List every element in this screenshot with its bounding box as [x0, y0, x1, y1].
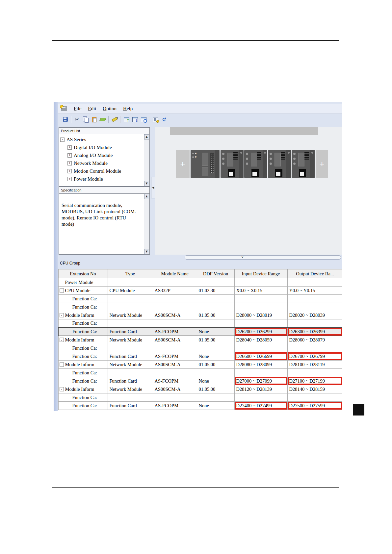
- module-name-cell[interactable]: [153, 369, 197, 377]
- copy-icon[interactable]: [82, 116, 90, 123]
- tree-item[interactable]: + Power Module: [60, 175, 144, 183]
- scroll-up-icon[interactable]: ▲: [144, 134, 149, 139]
- ddf-version-cell[interactable]: 01.05.00: [197, 311, 234, 319]
- specification-scrollbar[interactable]: ▲ ▼: [144, 194, 149, 254]
- input-range-cell[interactable]: D28120 ~ D28139: [234, 385, 287, 393]
- expand-toggle-icon[interactable]: +: [67, 153, 72, 158]
- module-name-cell[interactable]: [153, 393, 197, 402]
- output-range-cell[interactable]: D28140 ~ D28159: [287, 385, 342, 393]
- module-name-cell[interactable]: AS-FCOPM: [153, 352, 197, 361]
- module-name-cell[interactable]: AS-FCOPM: [153, 377, 197, 385]
- tree-item[interactable]: + Digital I/O Module: [60, 143, 144, 151]
- input-range-cell[interactable]: [234, 369, 287, 377]
- column-header[interactable]: Extension No: [58, 269, 108, 278]
- ddf-version-cell[interactable]: None: [197, 328, 234, 336]
- table-row[interactable]: Function Ca: Function Card AS-FCOPM None…: [58, 328, 342, 336]
- type-cell[interactable]: Function Card: [108, 377, 153, 385]
- input-range-cell[interactable]: D26600 ~ D26699: [234, 352, 287, 361]
- table-row[interactable]: - Module Inform Network Module AS00SCM-A…: [58, 336, 342, 344]
- table-row[interactable]: Function Ca:: [58, 295, 342, 303]
- input-range-cell[interactable]: D26200 ~ D26299: [234, 328, 287, 336]
- expand-toggle-icon[interactable]: +: [67, 161, 72, 165]
- ddf-version-cell[interactable]: None: [197, 352, 234, 361]
- input-range-cell[interactable]: [234, 393, 287, 402]
- refresh-icon[interactable]: ↻: [160, 116, 168, 123]
- input-range-cell[interactable]: D28040 ~ D28059: [234, 336, 287, 344]
- type-cell[interactable]: Network Module: [108, 361, 153, 369]
- expand-toggle-icon[interactable]: -: [60, 313, 64, 317]
- upload-window-icon[interactable]: [122, 116, 130, 123]
- ddf-version-cell[interactable]: None: [197, 377, 234, 385]
- extension-cell[interactable]: Function Ca:: [58, 393, 108, 402]
- ddf-version-cell[interactable]: [197, 369, 234, 377]
- ddf-version-cell[interactable]: 01.05.00: [197, 361, 234, 369]
- output-range-cell[interactable]: D28060 ~ D28079: [287, 336, 342, 344]
- input-range-cell[interactable]: D28000 ~ D28019: [234, 311, 287, 319]
- type-cell[interactable]: Function Card: [108, 352, 153, 361]
- table-row[interactable]: Function Ca: Function Card AS-FCOPM None…: [58, 377, 342, 385]
- tree-item[interactable]: - AS Series: [60, 136, 144, 143]
- output-range-cell[interactable]: [287, 295, 342, 303]
- column-header[interactable]: DDF Version: [197, 269, 234, 278]
- module-name-cell[interactable]: [153, 319, 197, 328]
- extension-cell[interactable]: Function Ca:: [58, 377, 108, 385]
- table-row[interactable]: - Module Inform Network Module AS00SCM-A…: [58, 385, 342, 393]
- scroll-down-icon[interactable]: ▼: [144, 249, 149, 254]
- output-range-cell[interactable]: [287, 303, 342, 311]
- table-row[interactable]: Function Ca:: [58, 369, 342, 377]
- ddf-version-cell[interactable]: 01.05.00: [197, 336, 234, 344]
- module-name-cell[interactable]: AS00SCM-A: [153, 311, 197, 319]
- save-icon[interactable]: [61, 116, 69, 123]
- output-range-cell[interactable]: D27100 ~ D27199: [287, 377, 342, 385]
- type-cell[interactable]: CPU Module: [108, 287, 153, 295]
- scroll-up-icon[interactable]: ▲: [144, 194, 149, 199]
- output-range-cell[interactable]: [287, 393, 342, 402]
- extension-cell[interactable]: Function Ca:: [58, 402, 108, 410]
- table-row[interactable]: - CPU Module CPU Module AS332P 01.02.30 …: [58, 287, 342, 295]
- extension-cell[interactable]: Function Ca:: [58, 319, 108, 328]
- extension-cell[interactable]: Function Ca:: [58, 328, 108, 336]
- extension-cell[interactable]: Function Ca:: [58, 295, 108, 303]
- type-cell[interactable]: [108, 303, 153, 311]
- type-cell[interactable]: [108, 369, 153, 377]
- tree-scrollbar[interactable]: ▲ ▼: [144, 134, 149, 186]
- add-module-right-button[interactable]: +: [316, 150, 328, 178]
- extension-cell[interactable]: - Module Inform: [58, 336, 108, 344]
- module-name-cell[interactable]: AS-FCOPM: [153, 328, 197, 336]
- module-config-icon[interactable]: [151, 116, 159, 123]
- input-range-cell[interactable]: D28080 ~ D28099: [234, 361, 287, 369]
- menu-item[interactable]: Help: [120, 105, 136, 112]
- ddf-version-cell[interactable]: [197, 295, 234, 303]
- tree-item[interactable]: + Analog I/O Module: [60, 151, 144, 159]
- type-cell[interactable]: Network Module: [108, 311, 153, 319]
- module-name-cell[interactable]: [153, 295, 197, 303]
- output-range-cell[interactable]: [287, 344, 342, 352]
- type-cell[interactable]: [108, 278, 153, 287]
- module-name-cell[interactable]: [153, 344, 197, 352]
- expand-toggle-icon[interactable]: +: [67, 177, 72, 181]
- input-range-cell[interactable]: [234, 295, 287, 303]
- extension-cell[interactable]: - Module Inform: [58, 311, 108, 319]
- table-row[interactable]: Function Ca:: [58, 393, 342, 402]
- menu-item[interactable]: File: [70, 105, 85, 112]
- extension-cell[interactable]: Function Ca:: [58, 344, 108, 352]
- network-module-graphic[interactable]: [221, 150, 244, 178]
- tree-item[interactable]: + Motion Control Module: [60, 167, 144, 175]
- expand-toggle-icon[interactable]: -: [60, 138, 65, 142]
- input-range-cell[interactable]: [234, 319, 287, 328]
- module-name-cell[interactable]: AS332P: [153, 287, 197, 295]
- module-name-cell[interactable]: [153, 278, 197, 287]
- ddf-version-cell[interactable]: 01.02.30: [197, 287, 234, 295]
- table-row[interactable]: Function Ca: Function Card AS-FCOPM None…: [58, 402, 342, 410]
- output-range-cell[interactable]: D26700 ~ D26799: [287, 352, 342, 361]
- column-header[interactable]: Input Device Range: [234, 269, 287, 278]
- column-header[interactable]: Module Name: [153, 269, 197, 278]
- expand-toggle-icon[interactable]: +: [67, 145, 72, 150]
- column-header[interactable]: Type: [108, 269, 153, 278]
- panel-splitter[interactable]: ◀: [151, 127, 155, 255]
- type-cell[interactable]: [108, 295, 153, 303]
- extension-cell[interactable]: Power Module: [58, 278, 108, 287]
- input-range-cell[interactable]: [234, 278, 287, 287]
- module-name-cell[interactable]: [153, 303, 197, 311]
- ddf-version-cell[interactable]: [197, 278, 234, 287]
